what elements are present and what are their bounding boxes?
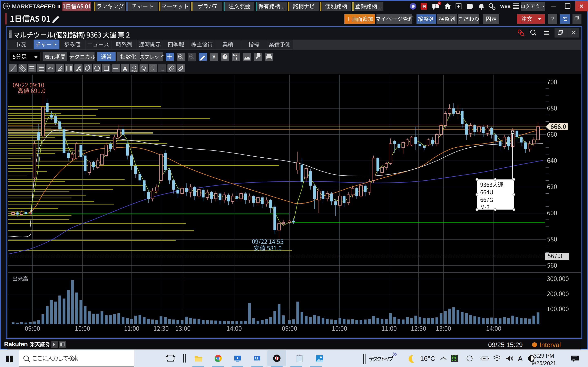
- svg-text:Rakuten: Rakuten: [4, 341, 27, 348]
- svg-text:A: A: [518, 355, 523, 363]
- svg-text:A: A: [181, 65, 183, 68]
- svg-text:09/25 15:29: 09/25 15:29: [488, 341, 523, 349]
- svg-text:N: N: [438, 2, 440, 5]
- svg-text:MARKET: MARKET: [12, 3, 36, 9]
- svg-text:SPEED: SPEED: [36, 3, 56, 9]
- svg-text:16°C: 16°C: [420, 355, 435, 362]
- svg-text:¥: ¥: [213, 54, 216, 60]
- svg-text:Interval: Interval: [539, 341, 561, 349]
- svg-text:9/25/2021: 9/25/2021: [532, 360, 556, 366]
- svg-text:1: 1: [524, 34, 526, 38]
- svg-text:II: II: [57, 4, 60, 9]
- svg-text:i: i: [224, 54, 226, 59]
- svg-text:ICON: ICON: [131, 69, 137, 72]
- svg-text:3:29 PM: 3:29 PM: [534, 353, 554, 359]
- svg-text:WEB: WEB: [500, 4, 511, 9]
- svg-text:A: A: [123, 65, 127, 72]
